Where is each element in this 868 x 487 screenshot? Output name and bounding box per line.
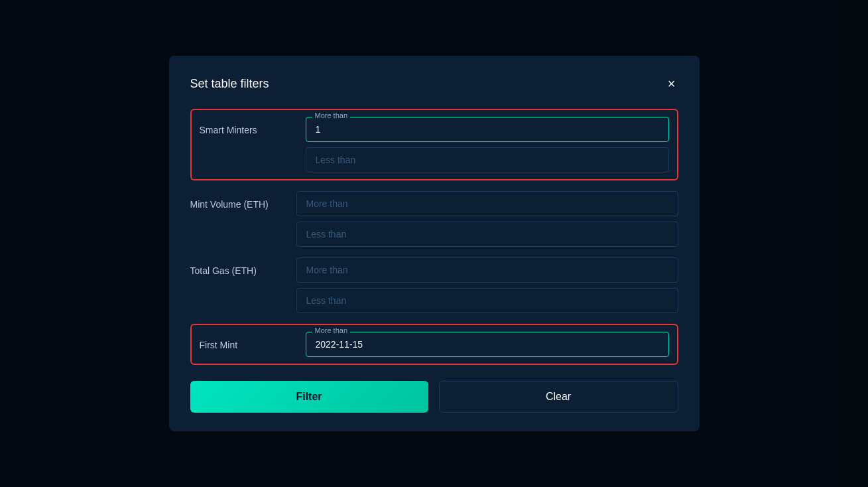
smart-minters-more-than-label: More than <box>312 111 351 119</box>
total-gas-label: Total Gas (ETH) <box>190 257 296 276</box>
first-mint-more-than-label: More than <box>312 326 351 334</box>
total-gas-more-than-wrapper <box>296 257 678 283</box>
smart-minters-filter-row: Smart Minters More than <box>190 109 678 180</box>
close-button[interactable]: × <box>665 74 678 93</box>
smart-minters-less-than-input[interactable] <box>306 147 669 173</box>
filter-button[interactable]: Filter <box>190 381 428 413</box>
mint-volume-label: Mint Volume (ETH) <box>190 191 296 210</box>
total-gas-filter-row: Total Gas (ETH) <box>190 257 678 313</box>
total-gas-more-than-input[interactable] <box>296 257 678 283</box>
total-gas-inputs <box>296 257 678 313</box>
total-gas-less-than-wrapper <box>296 288 678 313</box>
smart-minters-more-than-input[interactable] <box>306 117 669 142</box>
footer-buttons: Filter Clear <box>190 381 678 413</box>
mint-volume-more-than-input[interactable] <box>296 191 678 216</box>
smart-minters-inputs: More than <box>306 117 669 173</box>
modal-header: Set table filters × <box>190 74 678 93</box>
mint-volume-less-than-wrapper <box>296 222 678 247</box>
first-mint-inputs: More than <box>306 332 669 357</box>
mint-volume-less-than-input[interactable] <box>296 222 678 247</box>
modal-overlay: Set table filters × Smart Minters More t… <box>0 0 868 487</box>
filter-modal: Set table filters × Smart Minters More t… <box>169 56 700 431</box>
modal-title: Set table filters <box>190 77 269 91</box>
first-mint-filter-row: First Mint More than <box>190 324 678 365</box>
mint-volume-filter-row: Mint Volume (ETH) <box>190 191 678 247</box>
smart-minters-label: Smart Minters <box>200 117 306 135</box>
smart-minters-more-than-wrapper: More than <box>306 117 669 142</box>
mint-volume-inputs <box>296 191 678 247</box>
mint-volume-more-than-wrapper <box>296 191 678 216</box>
first-mint-label: First Mint <box>200 332 306 350</box>
first-mint-more-than-input[interactable] <box>306 332 669 357</box>
first-mint-more-than-wrapper: More than <box>306 332 669 357</box>
total-gas-less-than-input[interactable] <box>296 288 678 313</box>
smart-minters-less-than-wrapper <box>306 147 669 173</box>
clear-button[interactable]: Clear <box>439 381 678 413</box>
